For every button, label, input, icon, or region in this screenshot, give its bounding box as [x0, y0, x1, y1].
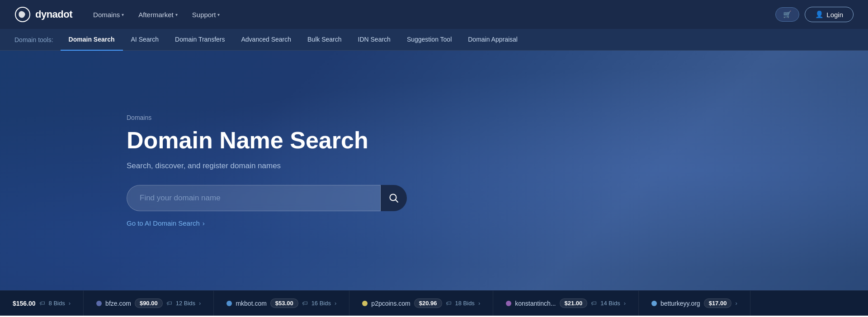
tools-label: Domain tools:: [14, 36, 53, 43]
hero-subtitle: Search, discover, and register domain na…: [127, 161, 741, 170]
ticker-item-0: $156.00 🏷 8 Bids ›: [0, 291, 84, 316]
ticker-arrow-0[interactable]: ›: [69, 300, 71, 307]
ticker-dot-1: [96, 301, 102, 306]
logo-area[interactable]: dynadot: [14, 6, 72, 23]
ticker-domain-price-5: $17.00: [704, 298, 732, 308]
svg-line-2: [396, 200, 398, 203]
top-navigation: dynadot Domains ▾ Aftermarket ▾ Support …: [0, 0, 868, 29]
ticker-domain-1: bfze.com: [105, 300, 131, 307]
ticker-domain-price-3: $20.96: [414, 298, 442, 308]
ticker-item-4: konstantinch... $21.00 🏷 14 Bids ›: [493, 291, 639, 316]
ticker-dot-2: [226, 301, 232, 306]
ticker-bids-3: 18 Bids: [455, 300, 475, 307]
ticker-bids-0: 8 Bids: [49, 300, 65, 307]
search-icon: [389, 193, 399, 203]
ticker-dot-4: [506, 301, 511, 306]
ticker-domain-price-4: $21.00: [560, 298, 588, 308]
tool-ai-search[interactable]: AI Search: [123, 29, 167, 51]
domains-chevron-icon: ▾: [122, 12, 124, 17]
ticker-domain-2: mkbot.com: [236, 300, 266, 307]
user-icon: 👤: [815, 10, 824, 19]
page-title: Domain Name Search: [127, 128, 741, 153]
ticker-item-5: betturkeyy.org $17.00 ›: [639, 291, 750, 316]
dynadot-logo-icon: [14, 6, 31, 23]
support-chevron-icon: ▾: [217, 12, 220, 17]
ticker-bids-2: 16 Bids: [311, 300, 331, 307]
bid-icon-2: 🏷: [302, 300, 308, 307]
domain-search-input[interactable]: [127, 185, 381, 211]
logo-text: dynadot: [35, 9, 72, 20]
search-row: [127, 185, 407, 211]
tool-domain-search[interactable]: Domain Search: [61, 29, 123, 51]
ticker-bids-1: 12 Bids: [176, 300, 195, 307]
ticker-arrow-2[interactable]: ›: [335, 300, 336, 307]
domain-tools-bar: Domain tools: Domain Search AI Search Do…: [0, 29, 868, 51]
ticker-item-3: p2pcoins.com $20.96 🏷 18 Bids ›: [349, 291, 493, 316]
ticker-domain-price-1: $90.00: [135, 298, 163, 308]
ticker-dot-5: [651, 301, 657, 306]
ticker-bids-4: 14 Bids: [600, 300, 620, 307]
ticker-arrow-5[interactable]: ›: [735, 300, 737, 307]
ticker-domain-5: betturkeyy.org: [660, 300, 700, 307]
bid-icon-1: 🏷: [166, 300, 172, 307]
ticker-dot-3: [362, 301, 368, 306]
tool-advanced-search[interactable]: Advanced Search: [233, 29, 300, 51]
bid-icon-3: 🏷: [446, 300, 452, 307]
bid-icon-4: 🏷: [591, 300, 597, 307]
chevron-right-icon: ›: [203, 219, 205, 227]
ticker-item-1: bfze.com $90.00 🏷 12 Bids ›: [84, 291, 214, 316]
breadcrumb: Domains: [127, 114, 741, 121]
tool-bulk-search[interactable]: Bulk Search: [299, 29, 349, 51]
ticker-item-2: mkbot.com $53.00 🏷 16 Bids ›: [214, 291, 349, 316]
tool-domain-appraisal[interactable]: Domain Appraisal: [460, 29, 526, 51]
login-button[interactable]: 👤 Login: [805, 7, 854, 22]
cart-button[interactable]: 🛒: [775, 7, 799, 22]
nav-aftermarket[interactable]: Aftermarket ▾: [132, 7, 184, 22]
ticker-domain-4: konstantinch...: [515, 300, 556, 307]
main-nav-links: Domains ▾ Aftermarket ▾ Support ▾: [87, 7, 226, 22]
tool-domain-transfers[interactable]: Domain Transfers: [167, 29, 233, 51]
nav-support[interactable]: Support ▾: [186, 7, 226, 22]
tool-suggestion-tool[interactable]: Suggestion Tool: [399, 29, 460, 51]
tool-idn-search[interactable]: IDN Search: [350, 29, 399, 51]
ticker-arrow-4[interactable]: ›: [624, 300, 626, 307]
ai-domain-search-link[interactable]: Go to AI Domain Search ›: [127, 219, 741, 227]
aftermarket-chevron-icon: ▾: [175, 12, 178, 17]
nav-left: dynadot Domains ▾ Aftermarket ▾ Support …: [14, 6, 226, 23]
bid-icon-0: 🏷: [39, 300, 45, 307]
ticker-domain-price-2: $53.00: [270, 298, 298, 308]
ticker-domain-3: p2pcoins.com: [371, 300, 410, 307]
ticker-arrow-3[interactable]: ›: [478, 300, 480, 307]
search-button[interactable]: [381, 185, 407, 211]
cart-icon: 🛒: [783, 10, 792, 19]
hero-section: Domains Domain Name Search Search, disco…: [0, 51, 868, 290]
nav-domains[interactable]: Domains ▾: [87, 7, 130, 22]
ticker-price-0: $156.00: [13, 300, 36, 307]
ticker-arrow-1[interactable]: ›: [199, 300, 201, 307]
nav-right: 🛒 👤 Login: [775, 7, 854, 22]
auction-ticker: $156.00 🏷 8 Bids › bfze.com $90.00 🏷 12 …: [0, 290, 868, 316]
